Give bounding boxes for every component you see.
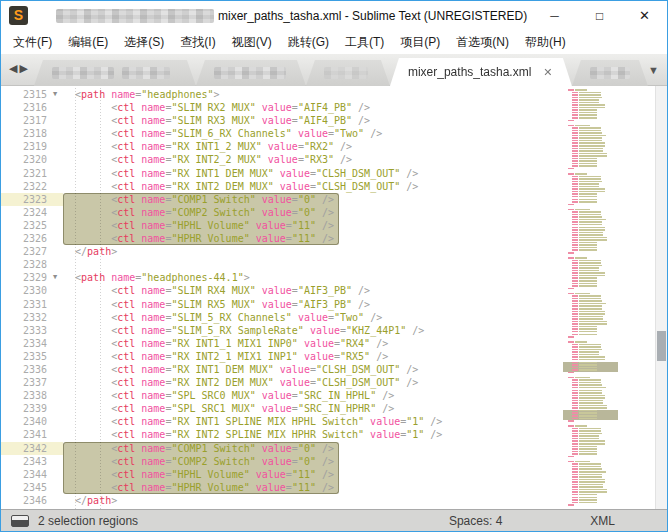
line-number: 2340 — [1, 415, 63, 428]
code-line[interactable]: <ctl name="RX INT2_2 MUX" value="RX3" /> — [63, 153, 563, 166]
menu-goto[interactable]: 跳转(G) — [280, 31, 337, 54]
menu-edit[interactable]: 编辑(E) — [60, 31, 116, 54]
fold-spacer — [47, 311, 63, 324]
close-button[interactable]: ✕ — [622, 1, 667, 30]
code-line[interactable]: <ctl name="SLIM RX3 MUX" value="AIF4_PB"… — [63, 114, 563, 127]
code-line[interactable]: <ctl name="SLIM_5_RX Channels" value="Tw… — [63, 311, 563, 324]
tab-censored-4[interactable] — [572, 60, 648, 86]
code-line[interactable]: <ctl name="HPHL Volume" value="11" /> — [63, 468, 563, 481]
menu-bar: 文件(F) 编辑(E) 选择(S) 查找(I) 视图(V) 跳转(G) 工具(T… — [1, 30, 667, 54]
code-line[interactable]: <ctl name="SLIM_5_RX SampleRate" value="… — [63, 324, 563, 337]
line-number: 2315▼ — [1, 88, 63, 101]
code-line[interactable]: <ctl name="SLIM RX5 MUX" value="AIF3_PB"… — [63, 298, 563, 311]
code-line[interactable] — [63, 258, 563, 271]
line-number: 2328 — [1, 258, 63, 271]
code-line[interactable]: <ctl name="RX INT1 DEM MUX" value="CLSH_… — [63, 363, 563, 376]
sublime-text-window: S mixer_paths_tasha.xml - Sublime Text (… — [0, 0, 668, 532]
fold-spacer — [47, 442, 63, 455]
code-line[interactable]: <ctl name="RX INT1 SPLINE MIX HPHL Switc… — [63, 415, 563, 428]
code-line[interactable]: <ctl name="RX INT1_2 MUX" value="RX2" /> — [63, 140, 563, 153]
tab-censored-3[interactable] — [306, 60, 390, 86]
menu-help[interactable]: 帮助(H) — [517, 31, 574, 54]
censored-tab-label — [122, 67, 170, 79]
selection-status: 2 selection regions — [38, 514, 138, 528]
maximize-button[interactable]: □ — [577, 1, 622, 30]
syntax-status[interactable]: XML — [590, 514, 615, 528]
fold-spacer — [47, 402, 63, 415]
line-number: 2338 — [1, 389, 63, 402]
scrollbar-thumb[interactable] — [657, 331, 666, 361]
menu-preferences[interactable]: 首选项(N) — [448, 31, 517, 54]
line-number: 2324 — [1, 206, 63, 219]
code-line[interactable]: </path> — [63, 245, 563, 258]
code-line[interactable]: <ctl name="HPHR Volume" value="11" /> — [63, 232, 563, 245]
line-number: 2321 — [1, 167, 63, 180]
line-number: 2339 — [1, 402, 63, 415]
code-line[interactable]: <ctl name="HPHR Volume" value="11" /> — [63, 481, 563, 494]
fold-spacer — [47, 337, 63, 350]
tab-overflow-icon[interactable]: ▼ — [648, 64, 659, 76]
fold-spacer — [47, 507, 63, 509]
code-line[interactable]: <ctl name="SLIM RX2 MUX" value="AIF4_PB"… — [63, 101, 563, 114]
line-number: 2317 — [1, 114, 63, 127]
code-line[interactable]: <ctl name="RX INT1 DEM MUX" value="CLSH_… — [63, 167, 563, 180]
fold-spacer — [47, 389, 63, 402]
fold-spacer — [47, 455, 63, 468]
fold-spacer — [47, 140, 63, 153]
line-number: 2345 — [1, 481, 63, 494]
tab-censored-1[interactable] — [34, 60, 196, 86]
line-number: 2331 — [1, 298, 63, 311]
line-number-gutter: 2315▼23162317231823192320232123222323232… — [1, 86, 63, 509]
tab-close-icon[interactable]: ✕ — [543, 66, 552, 79]
code-line[interactable]: <path name="headphones-44.1"> — [63, 271, 563, 284]
code-line[interactable]: <ctl name="SLIM RX4 MUX" value="AIF3_PB"… — [63, 284, 563, 297]
line-number: 2325 — [1, 219, 63, 232]
tab-nav-left-icon[interactable]: ◀ — [9, 62, 17, 75]
tab-nav-right-icon[interactable]: ▶ — [19, 62, 27, 75]
menu-find[interactable]: 查找(I) — [172, 31, 223, 54]
code-line[interactable]: <ctl name="RX INT2_1 MIX1 INP1" value="R… — [63, 350, 563, 363]
code-line[interactable]: <ctl name="COMP2 Switch" value="0" /> — [63, 455, 563, 468]
code-line[interactable]: <ctl name="RX INT2 SPLINE MIX HPHR Switc… — [63, 428, 563, 441]
code-line[interactable]: <path name="headphones"> — [63, 88, 563, 101]
fold-spacer — [47, 245, 63, 258]
vertical-scrollbar[interactable] — [655, 86, 667, 509]
console-panel-icon[interactable] — [11, 515, 29, 527]
tab-censored-2[interactable] — [196, 60, 306, 86]
code-line[interactable] — [63, 507, 563, 509]
code-line[interactable]: <ctl name="RX INT1_1 MIX1 INP0" value="R… — [63, 337, 563, 350]
fold-spacer — [47, 298, 63, 311]
minimap[interactable] — [563, 86, 655, 509]
code-view[interactable]: <path name="headphones"> <ctl name="SLIM… — [63, 86, 563, 509]
fold-arrow-icon[interactable]: ▼ — [47, 88, 63, 101]
line-number: 2316 — [1, 101, 63, 114]
fold-spacer — [47, 193, 63, 206]
code-line[interactable]: <ctl name="RX INT2 DEM MUX" value="CLSH_… — [63, 376, 563, 389]
fold-arrow-icon[interactable]: ▼ — [47, 271, 63, 284]
code-line[interactable]: </path> — [63, 494, 563, 507]
code-line[interactable]: <ctl name="SLIM_6_RX Channels" value="Tw… — [63, 127, 563, 140]
code-line[interactable]: <ctl name="COMP1 Switch" value="0" /> — [63, 442, 563, 455]
line-number: 2327 — [1, 245, 63, 258]
line-number: 2332 — [1, 311, 63, 324]
indentation-status[interactable]: Spaces: 4 — [449, 514, 502, 528]
code-line[interactable]: <ctl name="HPHL Volume" value="11" /> — [63, 219, 563, 232]
menu-selection[interactable]: 选择(S) — [116, 31, 172, 54]
tab-bar: ◀ ▶ mixer_paths_tasha.xml ✕ ▼ — [1, 54, 667, 86]
fold-spacer — [47, 324, 63, 337]
fold-spacer — [47, 153, 63, 166]
code-line[interactable]: <ctl name="SPL SRC1 MUX" value="SRC_IN_H… — [63, 402, 563, 415]
line-number: 2347 — [1, 507, 63, 509]
code-line[interactable]: <ctl name="RX INT2 DEM MUX" value="CLSH_… — [63, 180, 563, 193]
menu-project[interactable]: 项目(P) — [392, 31, 448, 54]
menu-file[interactable]: 文件(F) — [5, 31, 60, 54]
menu-tools[interactable]: 工具(T) — [337, 31, 392, 54]
tab-mixer-paths-tasha[interactable]: mixer_paths_tasha.xml ✕ — [390, 58, 572, 86]
menu-view[interactable]: 视图(V) — [224, 31, 280, 54]
code-line[interactable]: <ctl name="COMP2 Switch" value="0" /> — [63, 206, 563, 219]
minimize-button[interactable]: ─ — [532, 1, 577, 30]
line-number: 2342 — [1, 442, 63, 455]
code-line[interactable]: <ctl name="SPL SRC0 MUX" value="SRC_IN_H… — [63, 389, 563, 402]
fold-spacer — [47, 376, 63, 389]
code-line[interactable]: <ctl name="COMP1 Switch" value="0" /> — [63, 193, 563, 206]
